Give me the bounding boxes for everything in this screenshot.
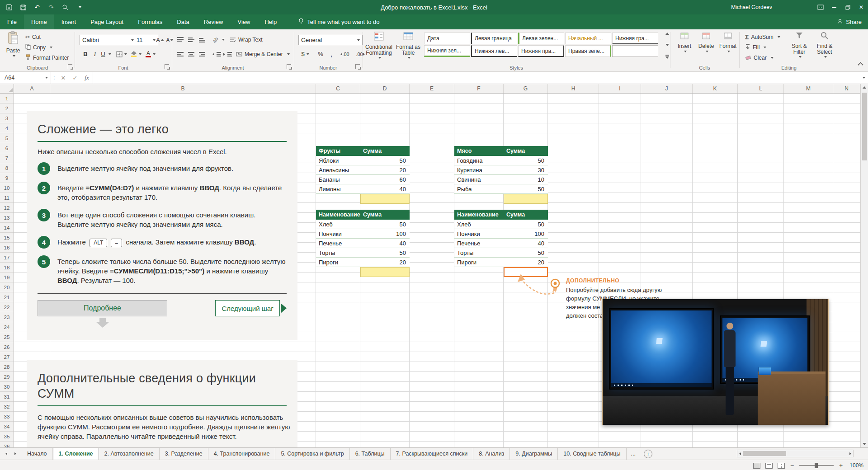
clipboard-dialog-launcher-icon[interactable]	[68, 64, 72, 69]
table-cell-value[interactable]: 50	[360, 220, 410, 229]
select-all-corner[interactable]	[0, 84, 14, 94]
cell-style-item-4[interactable]: Начальный ...	[565, 33, 611, 44]
row-header-19[interactable]: 19	[0, 273, 14, 282]
row-header-30[interactable]: 30	[0, 382, 14, 392]
table-cell-name[interactable]: Пироги	[316, 258, 360, 267]
sheet-tab-4[interactable]: 3. Разделение	[160, 448, 208, 460]
formula-input[interactable]	[93, 72, 858, 84]
table-cell-value[interactable]: 50	[504, 184, 548, 193]
cell-style-item-1[interactable]: Дата	[424, 33, 470, 44]
sheet-tab-5[interactable]: 4. Транспонирование	[208, 448, 276, 460]
table-header-value[interactable]: Сумма	[360, 146, 410, 156]
row-header-34[interactable]: 34	[0, 422, 14, 432]
sort-filter-button[interactable]: Sort & Filter	[788, 31, 811, 58]
cell-style-item-9[interactable]: Правая зеле...	[565, 45, 611, 57]
column-header-C[interactable]: C	[316, 84, 360, 93]
zoom-in-icon[interactable]: +	[839, 462, 843, 469]
sheet-tab-9[interactable]: 8. Анализ	[473, 448, 510, 460]
borders-button[interactable]	[116, 49, 127, 59]
cell-style-item-6[interactable]: Нижняя зел...	[424, 45, 470, 57]
zoom-out-icon[interactable]: −	[790, 462, 794, 469]
table-cell-value[interactable]: 50	[360, 156, 410, 165]
gallery-scroll-down-icon[interactable]	[665, 44, 669, 46]
row-header-32[interactable]: 32	[0, 402, 14, 412]
paste-button[interactable]: Paste	[4, 31, 23, 57]
table-header-name[interactable]: Фрукты	[316, 146, 360, 156]
table-header-name[interactable]: Мясо	[454, 146, 504, 156]
save-icon[interactable]	[19, 4, 27, 11]
row-header-36[interactable]: 36	[0, 442, 14, 447]
align-right-button[interactable]	[199, 49, 205, 59]
next-sheet-icon[interactable]	[14, 452, 16, 455]
column-header-J[interactable]: J	[641, 84, 693, 93]
format-cells-button[interactable]: Format	[718, 31, 738, 52]
column-header-E[interactable]: E	[410, 84, 454, 93]
table-cell-name[interactable]: Рыба	[454, 184, 504, 193]
row-header-24[interactable]: 24	[0, 322, 14, 332]
scroll-down-icon[interactable]	[863, 443, 866, 445]
table-cell-value[interactable]: 100	[504, 229, 548, 238]
more-details-button[interactable]: Подробнее	[38, 300, 167, 316]
row-header-31[interactable]: 31	[0, 392, 14, 402]
ribbon-tab-review[interactable]: Review	[197, 14, 231, 29]
new-sheet-button[interactable]: +	[644, 450, 652, 458]
scroll-left-icon[interactable]	[739, 452, 741, 455]
table-cell-value[interactable]: 20	[360, 165, 410, 174]
sheet-tab-1[interactable]: Начало	[22, 448, 53, 460]
font-size-combo[interactable]: 11	[134, 35, 158, 45]
table-cell-name[interactable]: Бананы	[316, 175, 360, 184]
horizontal-scrollbar[interactable]	[737, 450, 854, 457]
table-cell-name[interactable]: Печенье	[454, 239, 504, 248]
row-header-3[interactable]: 3	[0, 113, 14, 123]
table-cell-value[interactable]: 20	[360, 258, 410, 267]
row-header-20[interactable]: 20	[0, 282, 14, 292]
table-header-value[interactable]: Сумма	[504, 146, 548, 156]
table-cell-name[interactable]: Говядина	[454, 156, 504, 165]
row-header-21[interactable]: 21	[0, 292, 14, 302]
table-header-value[interactable]: Сумма	[360, 210, 410, 220]
cell-style-item-3[interactable]: Левая зелен...	[518, 33, 564, 44]
row-header-35[interactable]: 35	[0, 432, 14, 442]
zoom-slider-thumb[interactable]	[815, 463, 818, 468]
row-header-12[interactable]: 12	[0, 203, 14, 213]
table-cell-name[interactable]: Апельсины	[316, 165, 360, 174]
table-header-name[interactable]: Наименование	[454, 210, 504, 220]
normal-view-icon[interactable]	[753, 463, 760, 469]
next-step-button[interactable]: Следующий шаг	[215, 300, 287, 316]
name-box[interactable]: A64	[0, 72, 51, 84]
row-header-2[interactable]: 2	[0, 103, 14, 113]
decrease-indent-button[interactable]	[212, 49, 221, 59]
cell-style-item-8[interactable]: Нижняя пра...	[518, 45, 564, 57]
font-color-button[interactable]: A	[145, 49, 156, 59]
sheet-tab-3[interactable]: 2. Автозаполнение	[99, 448, 160, 460]
row-header-11[interactable]: 11	[0, 193, 14, 203]
table-cell-value[interactable]: 20	[504, 258, 548, 267]
table-cell-name[interactable]: Курятина	[454, 165, 504, 174]
table-cell-value[interactable]: 40	[504, 239, 548, 248]
undo-icon[interactable]: ↶	[33, 4, 41, 11]
percent-style-button[interactable]: %	[316, 49, 325, 59]
row-header-13[interactable]: 13	[0, 213, 14, 223]
cell-style-item-7[interactable]: Нижняя лев...	[471, 45, 517, 57]
align-bottom-button[interactable]	[199, 35, 205, 44]
sheet-tab-2[interactable]: 1. Сложение	[53, 448, 99, 460]
table-cell-value[interactable]: 30	[504, 165, 548, 174]
row-header-14[interactable]: 14	[0, 223, 14, 233]
sheet-tab-10[interactable]: 9. Диаграммы	[510, 448, 558, 460]
row-header-5[interactable]: 5	[0, 133, 14, 143]
align-middle-button[interactable]	[188, 35, 194, 44]
yellow-input-cell[interactable]	[360, 194, 410, 204]
minimize-button[interactable]	[827, 0, 841, 14]
row-header-6[interactable]: 6	[0, 143, 14, 153]
column-header-I[interactable]: I	[599, 84, 641, 93]
customize-qat-icon[interactable]	[75, 4, 83, 11]
ribbon-tab-formulas[interactable]: Formulas	[131, 14, 170, 29]
font-family-combo[interactable]: Calibri	[80, 35, 137, 45]
ribbon-tab-home[interactable]: Home	[24, 14, 54, 29]
italic-button[interactable]: I	[91, 49, 99, 59]
underline-dropdown-icon[interactable]	[107, 49, 111, 59]
tell-me-box[interactable]: Tell me what you want to do	[294, 14, 384, 29]
column-header-N[interactable]: N	[833, 84, 860, 93]
orientation-button[interactable]: ab	[212, 35, 225, 44]
row-header-15[interactable]: 15	[0, 233, 14, 243]
